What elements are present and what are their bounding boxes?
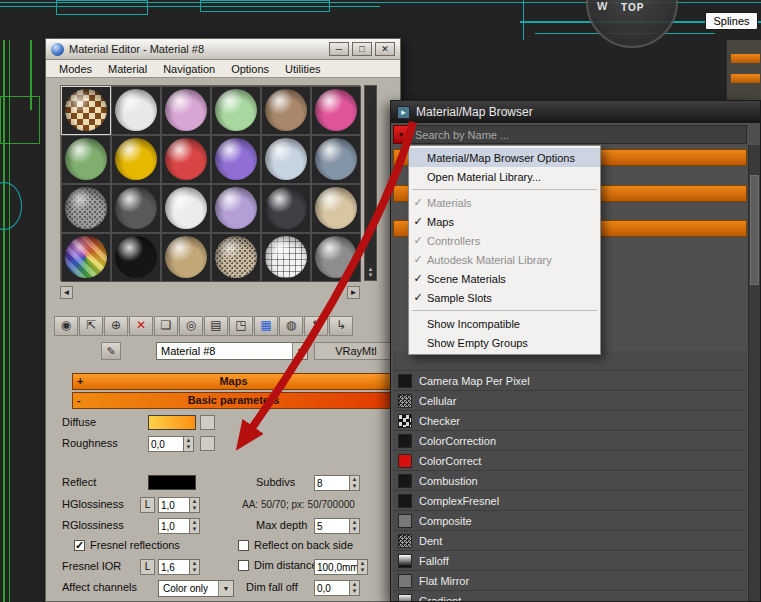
sample-slot[interactable] xyxy=(111,86,161,135)
material-editor-titlebar[interactable]: Material Editor - Material #8 ─□✕ xyxy=(46,39,400,60)
spinner-arrows[interactable]: ▲▼ xyxy=(189,518,200,534)
max-depth-spinner[interactable]: 5 ▲▼ xyxy=(314,518,360,534)
rollout-expand-icon[interactable]: + xyxy=(77,374,83,389)
menu-item[interactable]: ✓Materials xyxy=(409,193,600,212)
map-list-item[interactable]: Checker xyxy=(393,411,747,431)
browser-scrollbar[interactable] xyxy=(748,145,760,601)
sample-slot[interactable] xyxy=(161,233,211,282)
fresnel-ior-lock-button[interactable]: L xyxy=(140,559,155,575)
rollout-collapse-icon[interactable]: - xyxy=(77,393,81,408)
menu-item[interactable]: ✓Autodesk Material Library xyxy=(409,250,600,269)
menu-modes[interactable]: Modes xyxy=(59,63,92,75)
scrollbar-thumb[interactable] xyxy=(750,175,759,285)
menu-item[interactable]: Show Empty Groups xyxy=(409,333,600,352)
map-list-item[interactable]: Flat Mirror xyxy=(393,571,747,591)
roughness-spinner[interactable]: 0,0 ▲▼ xyxy=(148,436,194,452)
sample-slot[interactable] xyxy=(111,233,161,282)
put-material-to-scene-icon[interactable]: ⇱ xyxy=(79,316,103,336)
rollout-bar-sliver[interactable] xyxy=(731,74,760,83)
sample-slot[interactable] xyxy=(61,86,111,135)
sample-slot[interactable] xyxy=(61,233,111,282)
spinner-arrows[interactable]: ▲▼ xyxy=(189,497,200,513)
map-list-item[interactable]: Combustion xyxy=(393,471,747,491)
sample-slot[interactable] xyxy=(61,135,111,184)
sample-slot[interactable] xyxy=(261,135,311,184)
pick-material-eyedropper-icon[interactable]: ✎ xyxy=(101,342,121,360)
reflect-back-side-checkbox[interactable]: Reflect on back side xyxy=(238,539,353,551)
material-type-button[interactable]: VRayMtl xyxy=(314,342,398,360)
checkbox-box[interactable] xyxy=(238,540,249,551)
sample-slot[interactable] xyxy=(161,135,211,184)
sample-slot[interactable] xyxy=(261,184,311,233)
dim-distance-checkbox[interactable]: Dim distance xyxy=(238,559,318,571)
viewcube-top-label[interactable]: TOP xyxy=(621,2,644,13)
maps-rollout-header[interactable]: + Maps xyxy=(72,373,395,390)
map-list-item[interactable]: ColorCorrect xyxy=(393,451,747,471)
fresnel-ior-spinner[interactable]: 1,6 ▲▼ xyxy=(158,559,200,575)
menu-item[interactable]: Open Material Library... xyxy=(409,167,600,186)
sample-slot[interactable] xyxy=(111,184,161,233)
diffuse-color-swatch[interactable] xyxy=(148,415,196,430)
put-to-library-icon[interactable]: ▤ xyxy=(204,316,228,336)
sample-slot[interactable] xyxy=(161,86,211,135)
map-list-item[interactable]: Gradient xyxy=(393,591,747,602)
menu-item[interactable]: ✓Scene Materials xyxy=(409,269,600,288)
sample-slot[interactable] xyxy=(211,184,261,233)
sample-slots-scrollbar[interactable]: ▲▼ xyxy=(364,85,377,281)
map-list-item[interactable]: ColorCorrection xyxy=(393,431,747,451)
material-id-channel-icon[interactable]: ◳ xyxy=(229,316,253,336)
sample-slot[interactable] xyxy=(261,86,311,135)
hglossiness-spinner[interactable]: 1,0 ▲▼ xyxy=(158,497,200,513)
checkbox-box[interactable] xyxy=(74,540,85,551)
minimize-button[interactable]: ─ xyxy=(329,42,349,56)
roughness-map-button[interactable] xyxy=(200,436,215,451)
chevron-down-icon[interactable]: ▼ xyxy=(218,581,233,596)
menu-item[interactable]: ✓Sample Slots xyxy=(409,288,600,307)
sample-slot[interactable] xyxy=(261,233,311,282)
make-unique-icon[interactable]: ◎ xyxy=(179,316,203,336)
subdivs-spinner[interactable]: 8 ▲▼ xyxy=(314,475,360,491)
sample-slot[interactable] xyxy=(211,233,261,282)
assign-material-to-selection-icon[interactable]: ⊕ xyxy=(104,316,128,336)
slots-scroll-right-button[interactable]: ► xyxy=(347,286,360,299)
map-list-item[interactable]: Camera Map Per Pixel xyxy=(393,371,747,391)
map-list-item[interactable]: Falloff xyxy=(393,551,747,571)
menu-material[interactable]: Material xyxy=(108,63,147,75)
map-list-item[interactable]: Cellular xyxy=(393,391,747,411)
material-name-dropdown[interactable]: Material #8 ▼ xyxy=(156,342,308,360)
fresnel-reflections-checkbox[interactable]: Fresnel reflections xyxy=(74,539,180,551)
sample-slot[interactable] xyxy=(311,135,361,184)
menu-item[interactable]: ✓Controllers xyxy=(409,231,600,250)
checkbox-box[interactable] xyxy=(238,560,249,571)
basic-parameters-rollout-header[interactable]: - Basic parameters xyxy=(72,392,395,409)
spinner-arrows[interactable]: ▲▼ xyxy=(189,559,200,575)
search-filter-dropdown-button[interactable]: ▼ xyxy=(393,125,409,144)
dim-falloff-spinner[interactable]: 0,0 ▲▼ xyxy=(314,580,360,596)
spinner-arrows[interactable]: ▲▼ xyxy=(349,475,360,491)
reset-material-icon[interactable]: ✕ xyxy=(129,316,153,336)
sample-slot[interactable] xyxy=(311,233,361,282)
search-by-name-input[interactable] xyxy=(409,125,747,144)
go-to-parent-icon[interactable]: ↰ xyxy=(304,316,328,336)
reflect-color-swatch[interactable] xyxy=(148,475,196,490)
spinner-arrows[interactable]: ▲▼ xyxy=(183,436,194,452)
slots-scroll-left-button[interactable]: ◄ xyxy=(60,286,73,299)
menu-item[interactable]: ✓Maps xyxy=(409,212,600,231)
sample-slot[interactable] xyxy=(161,184,211,233)
browser-titlebar[interactable]: ▸ Material/Map Browser xyxy=(391,101,760,123)
scroll-spinner[interactable]: ▲▼ xyxy=(366,266,375,278)
spinner-arrows[interactable]: ▲▼ xyxy=(349,518,360,534)
diffuse-map-button[interactable] xyxy=(200,415,215,430)
menu-item[interactable]: Show Incompatible xyxy=(409,314,600,333)
hglossiness-lock-button[interactable]: L xyxy=(140,497,155,513)
sample-slot[interactable] xyxy=(111,135,161,184)
splines-button[interactable]: Splines xyxy=(705,12,758,30)
sample-slot[interactable] xyxy=(61,184,111,233)
rglossiness-spinner[interactable]: 1,0 ▲▼ xyxy=(158,518,200,534)
sample-slot[interactable] xyxy=(211,86,261,135)
sample-slot[interactable] xyxy=(311,184,361,233)
make-material-copy-icon[interactable]: ❏ xyxy=(154,316,178,336)
maximize-button[interactable]: □ xyxy=(352,42,372,56)
close-button[interactable]: ✕ xyxy=(375,42,395,56)
map-list-item[interactable]: ComplexFresnel xyxy=(393,491,747,511)
